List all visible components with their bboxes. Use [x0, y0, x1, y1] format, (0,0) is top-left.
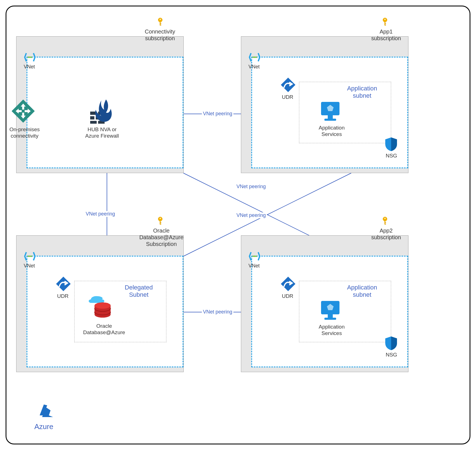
text: App2	[380, 228, 393, 234]
key-icon	[380, 216, 390, 226]
subnet-label: Application subnet	[338, 85, 386, 100]
onprem-connectivity-icon	[11, 99, 36, 124]
peering-label-hub-app1: VNet peering	[202, 111, 233, 117]
svg-marker-38	[281, 277, 295, 291]
vnet-icon	[248, 51, 261, 63]
udr-label: UDR	[281, 94, 295, 100]
text: Oracle	[153, 228, 170, 234]
svg-point-35	[252, 255, 254, 257]
vnet-label: VNet	[248, 263, 260, 269]
oracle-subscription-label: Oracle Database@Azure Subscription	[133, 227, 189, 247]
azure-architecture-canvas: VNet peering VNet peering VNet peering V…	[6, 6, 470, 444]
vnet-icon	[24, 51, 36, 63]
onprem-connectivity-label: On-premises connectivity	[6, 126, 43, 139]
text: Services	[322, 330, 342, 336]
vnet-label: VNet	[248, 64, 260, 70]
text: Application	[319, 125, 345, 131]
text: subnet	[353, 291, 371, 298]
svg-point-20	[255, 56, 257, 58]
svg-point-18	[252, 56, 254, 58]
svg-rect-15	[90, 121, 97, 124]
app1-subscription-label: App1 subscription	[367, 28, 406, 42]
text: Database@Azure	[139, 234, 183, 240]
text: Connectivity	[145, 28, 175, 35]
udr-label: UDR	[281, 293, 295, 300]
text: connectivity	[11, 133, 38, 139]
peering-label-hub-oracle: VNet peering	[85, 211, 116, 217]
text: Azure Firewall	[85, 133, 119, 139]
peering-label-cross2: VNet peering	[235, 212, 267, 218]
text: Services	[322, 131, 342, 137]
text: Subnet	[129, 291, 149, 298]
svg-point-17	[384, 19, 386, 20]
svg-point-19	[254, 56, 255, 58]
text: HUB NVA or	[87, 126, 116, 132]
text: Application	[319, 324, 345, 330]
nsg-shield-icon	[383, 136, 399, 152]
svg-point-33	[95, 302, 111, 308]
app2-subscription-label: App2 subscription	[367, 227, 406, 241]
svg-marker-21	[281, 78, 295, 92]
key-icon	[380, 17, 390, 27]
svg-point-5	[160, 19, 161, 20]
svg-point-27	[28, 255, 29, 257]
subnet-label: Application subnet	[338, 284, 386, 299]
svg-point-36	[254, 255, 255, 257]
udr-icon	[280, 276, 296, 292]
text: Database@Azure	[83, 329, 125, 335]
firewall-icon	[87, 96, 115, 124]
key-icon	[155, 216, 165, 226]
text: App1	[380, 28, 393, 35]
text: Delegated	[125, 284, 153, 291]
vnet-label: VNet	[24, 64, 35, 70]
svg-rect-23	[328, 115, 333, 119]
text: subscription	[371, 35, 401, 41]
text: Application	[347, 284, 377, 291]
text: subscription	[145, 35, 175, 41]
app-services-label: Application Services	[315, 125, 348, 138]
oracle-database-icon	[87, 294, 114, 321]
app-services-icon	[318, 99, 343, 124]
svg-rect-12	[90, 116, 94, 119]
svg-marker-9	[12, 100, 35, 123]
oracle-database-label: Oracle Database@Azure	[79, 323, 129, 336]
azure-logo-icon	[38, 403, 55, 420]
svg-point-34	[384, 218, 386, 219]
peering-label-cross1: VNet peering	[235, 184, 267, 190]
svg-point-29	[31, 255, 32, 257]
vnet-icon	[24, 250, 36, 262]
app-services-icon	[318, 298, 343, 323]
udr-icon	[55, 276, 71, 292]
vnet-icon	[248, 250, 261, 262]
text: Subscription	[146, 241, 177, 247]
firewall-label: HUB NVA or Azure Firewall	[80, 126, 124, 139]
svg-marker-30	[56, 277, 71, 291]
azure-label: Azure	[34, 422, 53, 431]
app-services-label: Application Services	[315, 324, 348, 337]
nsg-label: NSG	[384, 352, 398, 358]
svg-rect-41	[324, 318, 336, 320]
svg-rect-40	[328, 314, 333, 318]
peering-label-oracle-app2: VNet peering	[202, 309, 233, 315]
svg-point-6	[28, 56, 29, 58]
text: On-premises	[9, 126, 40, 132]
nsg-label: NSG	[384, 153, 398, 159]
svg-point-7	[29, 56, 31, 58]
text: subnet	[353, 92, 371, 99]
subnet-label: Delegated Subnet	[116, 284, 161, 299]
svg-rect-24	[324, 119, 336, 121]
udr-icon	[280, 77, 296, 93]
text: Oracle	[96, 323, 112, 329]
vnet-label: VNet	[24, 263, 35, 269]
text: subscription	[371, 234, 401, 240]
nsg-shield-icon	[383, 335, 399, 351]
svg-point-8	[31, 56, 32, 58]
text: Application	[347, 85, 377, 92]
svg-point-28	[29, 255, 31, 257]
svg-point-26	[160, 218, 161, 219]
connectivity-subscription-label: Connectivity subscription	[140, 28, 180, 42]
key-icon	[155, 17, 165, 27]
svg-point-37	[255, 255, 257, 257]
udr-label: UDR	[56, 293, 70, 300]
